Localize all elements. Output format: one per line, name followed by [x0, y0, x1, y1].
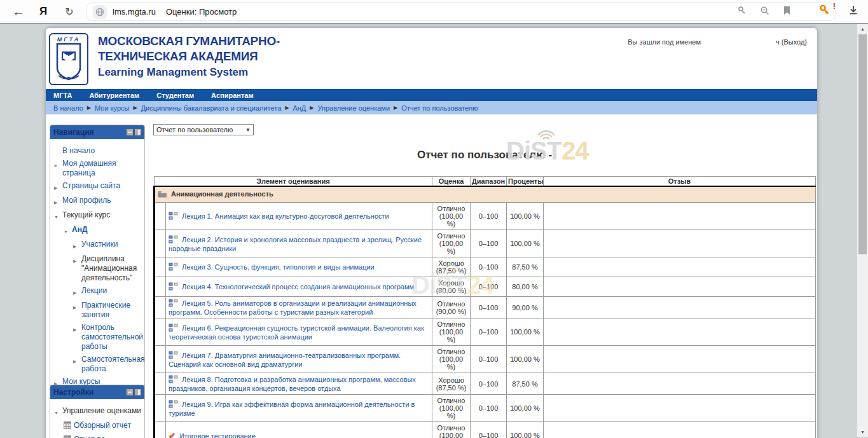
- lesson-icon: [169, 324, 178, 333]
- block-collapse-icon[interactable]: [127, 129, 133, 135]
- scroll-up-icon[interactable]: ▲: [857, 24, 868, 34]
- sidebar-item-lectures[interactable]: Лекции: [54, 286, 142, 298]
- crumb-grade-admin[interactable]: Управление оценками: [317, 104, 390, 112]
- activity-link[interactable]: Лекция 9. Игра как эффективная форма ани…: [169, 400, 415, 417]
- chevron-down-icon: ▼: [245, 127, 251, 133]
- bookmark-icon[interactable]: [783, 6, 791, 18]
- sidebar-item-course-and[interactable]: АнД: [54, 225, 142, 236]
- login-info: Вы зашли под именемч (Выход): [628, 38, 807, 46]
- yandex-logo[interactable]: Я: [35, 0, 52, 23]
- navigation-block-title: Навигация: [53, 128, 94, 137]
- expand-icon[interactable]: [73, 240, 81, 251]
- crumb-disciplines[interactable]: Дисциплины бакалавриата и специалитета: [141, 104, 282, 112]
- breadcrumb: В начало▶ Мои курсы▶ Дисциплины бакалавр…: [46, 101, 817, 114]
- site-icon: [93, 5, 107, 19]
- category-name: Анимационная деятельность: [171, 190, 273, 198]
- sidebar-item-my-profile[interactable]: Мой профиль: [54, 196, 142, 207]
- menu-item-abiturientam[interactable]: Абитуриентам: [89, 92, 139, 99]
- activity-link[interactable]: Лекция 7. Драматургия анимационно-театра…: [169, 352, 401, 368]
- download-icon[interactable]: [848, 4, 859, 18]
- activity-link[interactable]: Лекция 1. Анимация как вид культурно-дос…: [182, 212, 389, 220]
- block-dock-icon[interactable]: [135, 389, 141, 395]
- expand-icon[interactable]: [73, 254, 81, 283]
- activity-link[interactable]: Лекция 3. Сущность, функция, типология и…: [182, 263, 375, 271]
- sidebar-item-discipline[interactable]: Дисциплина "Анимационная деятельность": [54, 254, 142, 283]
- lesson-icon: [169, 400, 178, 409]
- sidebar-item-overview-report[interactable]: Обзорный отчет: [54, 421, 142, 432]
- sidebar-item-selfwork[interactable]: Самостоятельная работа: [54, 355, 142, 374]
- activity-link[interactable]: Итоговое тестирование: [179, 432, 256, 438]
- crumb-course[interactable]: АнД: [293, 104, 306, 112]
- activity-link[interactable]: Лекция 6. Рекреационная сущность туристс…: [169, 324, 424, 341]
- sidebar-item-user-report[interactable]: Отчет по пользователю: [54, 435, 142, 438]
- activity-link[interactable]: Лекция 4. Технологический процесс создан…: [182, 283, 414, 291]
- block-collapse-icon[interactable]: [127, 389, 133, 395]
- sidebar-item-home[interactable]: В начало: [54, 146, 142, 156]
- table-row: ✔Итоговое тестирование Отлично(100,00 %)…: [155, 422, 816, 438]
- crumb-home[interactable]: В начало: [53, 104, 83, 112]
- sidebar-item-current-course[interactable]: Текущий курс: [54, 210, 142, 222]
- password-alert-icon[interactable]: !: [818, 4, 831, 19]
- main-menu: МГТА Абитуриентам Студентам Аспирантам: [46, 89, 817, 101]
- scrollbar-thumb[interactable]: [858, 34, 867, 254]
- address-bar[interactable]: lms.mgta.ru Оценки: Просмотр: [86, 3, 836, 21]
- menu-item-studentam[interactable]: Студентам: [156, 92, 194, 99]
- refresh-icon[interactable]: ↻: [61, 0, 78, 23]
- page-zoom-icon[interactable]: [760, 6, 770, 18]
- url-text[interactable]: lms.mgta.ru: [113, 7, 156, 17]
- expand-icon[interactable]: [54, 196, 62, 207]
- col-header-item: Элемент оценивания: [155, 177, 432, 187]
- crumb-user-report[interactable]: Отчет по пользователю: [401, 104, 478, 112]
- category-row: Анимационная деятельность: [155, 186, 816, 203]
- scroll-down-icon[interactable]: ▼: [857, 427, 868, 437]
- sidebar-item-site-pages[interactable]: Страницы сайта: [54, 181, 142, 193]
- table-row: Лекция 5. Роль аниматоров в организации …: [155, 297, 816, 318]
- folder-icon: [158, 191, 167, 199]
- col-header-percent: Проценты: [507, 177, 544, 187]
- settings-block: Настройки Управление оценками Обзорный о…: [50, 385, 145, 438]
- lesson-icon: [169, 212, 178, 221]
- site-content: МГТА МОСКОВСКАЯ ГУМАНИТАРНО- ТЕХНИЧЕСКАЯ…: [46, 28, 817, 438]
- collapse-icon[interactable]: [64, 225, 72, 236]
- activity-link[interactable]: Лекция 2. История и хронология массовых …: [169, 236, 422, 252]
- report-main: Отчет по пользователю ▼ Отчет по пользов…: [153, 114, 816, 438]
- crumb-my-courses[interactable]: Мои курсы: [95, 104, 129, 112]
- bullet-icon: [54, 159, 62, 178]
- grade-report-icon: [64, 421, 74, 432]
- navigation-block: Навигация В начало Моя домашняя страница…: [50, 125, 145, 397]
- feedback-cell: [544, 277, 816, 297]
- protect-key-icon[interactable]: [737, 6, 747, 18]
- grades-table: Элемент оценивания Оценка Диапазон Проце…: [153, 176, 816, 438]
- menu-item-aspirantam[interactable]: Аспирантам: [211, 92, 253, 99]
- collapse-icon[interactable]: [54, 406, 62, 418]
- sidebar-item-participants[interactable]: Участники: [54, 240, 142, 251]
- block-dock-icon[interactable]: [135, 129, 141, 135]
- sidebar-item-practice[interactable]: Практические занятия: [54, 301, 142, 320]
- activity-link[interactable]: Лекция 5. Роль аниматоров в организации …: [169, 299, 417, 316]
- grade-report-icon: [64, 435, 74, 438]
- sidebar-item-my-home[interactable]: Моя домашняя страница: [54, 159, 142, 178]
- report-type-select[interactable]: Отчет по пользователю ▼: [153, 124, 254, 135]
- site-header: МГТА МОСКОВСКАЯ ГУМАНИТАРНО- ТЕХНИЧЕСКАЯ…: [46, 28, 817, 89]
- expand-icon[interactable]: [73, 355, 81, 374]
- table-row: Лекция 2. История и хронология массовых …: [155, 230, 816, 257]
- feedback-cell: [544, 395, 816, 422]
- expand-icon[interactable]: [54, 181, 62, 193]
- activity-link[interactable]: Лекция 8. Подготовка и разработка анимац…: [169, 376, 416, 392]
- browser-scrollbar[interactable]: ▲ ▼: [857, 24, 868, 437]
- logout-link[interactable]: ч (Выход): [776, 38, 807, 46]
- collapse-icon[interactable]: [54, 210, 62, 222]
- feedback-cell: [544, 257, 816, 277]
- expand-icon[interactable]: [73, 301, 81, 320]
- back-icon[interactable]: ←: [9, 0, 28, 23]
- menu-item-mgta[interactable]: МГТА: [53, 92, 72, 99]
- expand-icon[interactable]: [73, 323, 81, 352]
- expand-icon[interactable]: [73, 286, 81, 298]
- col-header-grade: Оценка: [432, 177, 471, 187]
- lesson-icon: [169, 299, 178, 308]
- breadcrumb-separator-icon: ▶: [133, 105, 137, 111]
- lesson-icon: [169, 263, 178, 272]
- feedback-cell: [544, 422, 816, 438]
- sidebar-item-grade-admin[interactable]: Управление оценками: [54, 406, 142, 418]
- sidebar-item-control[interactable]: Контроль самостоятельной работы: [54, 323, 142, 352]
